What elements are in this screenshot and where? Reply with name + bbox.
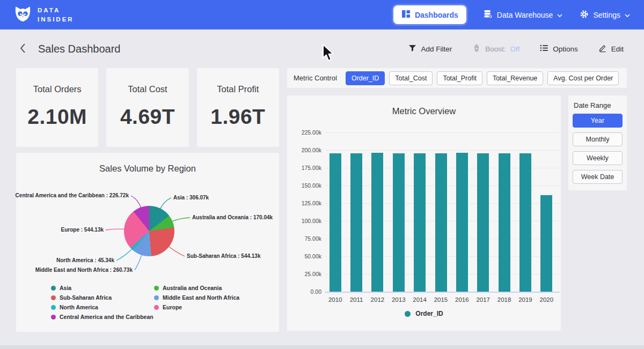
pie-legend-item[interactable]: Australia and Oceania xyxy=(154,285,239,291)
pie-legend-item[interactable]: Central America and the Caribbean xyxy=(51,314,154,320)
pie-legend-item[interactable]: Europe xyxy=(154,304,239,310)
legend-label: Central America and the Caribbean xyxy=(60,314,153,320)
bar[interactable] xyxy=(499,153,510,292)
nav-settings-label: Settings xyxy=(593,11,620,19)
metric-option-button[interactable]: Order_ID xyxy=(346,71,385,85)
boost-toggle[interactable]: Boost: Off xyxy=(469,43,523,55)
navbar-right: Dashboards Data Warehouse xyxy=(393,5,630,24)
pie-legend-item[interactable]: Middle East and North Africa xyxy=(154,294,239,301)
pie-legend: AsiaAustralia and OceaniaSub-Saharan Afr… xyxy=(51,285,239,320)
brand-name: DATA INSIDER xyxy=(38,6,74,24)
date-option-button[interactable]: Year xyxy=(573,114,623,128)
bar-chart-legend[interactable]: Order_ID xyxy=(287,310,561,317)
date-option-button[interactable]: Monthly xyxy=(573,132,623,146)
boost-label: Boost: xyxy=(485,45,506,53)
bar[interactable] xyxy=(414,153,426,292)
y-axis-tick: 100.00k xyxy=(289,218,321,224)
dashboards-button[interactable]: Dashboards xyxy=(393,5,466,24)
nav-data-warehouse[interactable]: Data Warehouse xyxy=(484,10,563,20)
x-axis-label: 2018 xyxy=(494,296,515,303)
pie-callout: Central America and the Caribbean : 226.… xyxy=(16,192,129,198)
legend-dot xyxy=(51,295,56,300)
leader-line xyxy=(116,249,133,261)
legend-label: North America xyxy=(60,304,98,310)
app-window: DATA INSIDER Dashboards xyxy=(0,0,644,349)
pie-chart[interactable] xyxy=(124,206,174,256)
gridline xyxy=(325,132,560,133)
metric-control-bar: Metric Control Order_IDTotal_CostTotal_P… xyxy=(287,68,627,88)
x-axis-label: 2016 xyxy=(451,296,472,303)
dashboard-grid-icon xyxy=(401,10,411,20)
pie-legend-item[interactable]: North America xyxy=(51,304,154,310)
legend-dot xyxy=(51,286,56,291)
x-axis-label: 2014 xyxy=(409,296,430,303)
date-range-options: YearMonthlyWeeklyWeek Date xyxy=(573,114,623,184)
pie-callout: Europe : 544.13k xyxy=(61,227,104,233)
kpi-card: Total Orders2.10M xyxy=(16,68,98,147)
bar-chart-title: Metric Overview xyxy=(287,106,561,116)
bar[interactable] xyxy=(435,153,447,292)
chevron-down-icon xyxy=(557,11,562,19)
date-option-button[interactable]: Week Date xyxy=(573,170,623,184)
legend-dot xyxy=(154,286,159,291)
bottom-edge-strip xyxy=(0,345,644,349)
bar[interactable] xyxy=(330,153,341,292)
kpi-card: Total Cost4.69T xyxy=(106,68,188,147)
add-filter-label: Add Filter xyxy=(421,45,452,53)
bar[interactable] xyxy=(519,153,531,292)
options-button[interactable]: Options xyxy=(537,43,581,54)
kpi-card: Total Profit1.96T xyxy=(197,68,279,147)
date-range-label: Date Range xyxy=(574,101,621,109)
y-axis-tick: 225.00k xyxy=(289,129,321,136)
legend-dot xyxy=(154,305,159,310)
list-icon xyxy=(540,44,548,54)
y-axis-tick: 200.00k xyxy=(289,147,321,153)
legend-dot xyxy=(405,311,411,317)
bar[interactable] xyxy=(477,153,489,292)
x-axis-label: 2020 xyxy=(536,296,557,303)
rocket-icon xyxy=(472,44,481,54)
bar[interactable] xyxy=(393,153,405,292)
owl-logo-icon xyxy=(14,5,32,25)
metric-option-button[interactable]: Total_Profit xyxy=(437,71,482,85)
metric-option-button[interactable]: Total_Revenue xyxy=(487,71,543,85)
leader-line xyxy=(131,196,141,209)
options-label: Options xyxy=(553,45,578,53)
bar[interactable] xyxy=(371,153,383,292)
legend-label: Asia xyxy=(60,285,71,291)
dashboards-button-label: Dashboards xyxy=(415,11,458,19)
legend-dot xyxy=(154,295,159,300)
filter-icon xyxy=(408,44,416,54)
kpi-label: Total Profit xyxy=(217,84,259,94)
legend-dot xyxy=(51,315,56,320)
back-button[interactable] xyxy=(17,42,28,56)
metric-options: Order_IDTotal_CostTotal_ProfitTotal_Reve… xyxy=(346,71,619,85)
bar[interactable] xyxy=(456,153,468,292)
x-axis-label: 2012 xyxy=(367,296,388,303)
chevron-down-icon xyxy=(625,11,630,19)
metric-option-button[interactable]: Avg. Cost per Order xyxy=(547,71,619,85)
leader-line xyxy=(172,218,191,222)
legend-label: Europe xyxy=(163,304,182,310)
add-filter-button[interactable]: Add Filter xyxy=(405,44,455,54)
kpi-value: 1.96T xyxy=(210,105,265,129)
page-header: Sales Dashboard Add Filter Boost: Off xyxy=(0,29,644,68)
leader-line xyxy=(168,246,185,256)
kpi-value: 2.10M xyxy=(27,105,87,129)
metric-option-button[interactable]: Total_Cost xyxy=(389,71,433,85)
legend-label: Order_ID xyxy=(415,310,443,317)
legend-label: Sub-Saharan Africa xyxy=(60,294,112,301)
bar[interactable] xyxy=(540,195,552,292)
pie-legend-item[interactable]: Asia xyxy=(51,285,154,291)
pie-legend-item[interactable]: Sub-Saharan Africa xyxy=(51,294,154,301)
nav-data-warehouse-label: Data Warehouse xyxy=(497,11,553,19)
nav-settings[interactable]: Settings xyxy=(580,10,630,20)
pencil-icon xyxy=(598,43,607,54)
date-option-button[interactable]: Weekly xyxy=(573,151,623,165)
pie-callout: Australia and Oceania : 170.04k xyxy=(192,214,273,220)
edit-button[interactable]: Edit xyxy=(595,43,627,55)
pie-callout: Sub-Saharan Africa : 544.13k xyxy=(187,253,260,259)
x-axis-label: 2010 xyxy=(325,296,346,303)
y-axis-tick: 25.00k xyxy=(289,271,321,277)
bar[interactable] xyxy=(350,153,362,292)
